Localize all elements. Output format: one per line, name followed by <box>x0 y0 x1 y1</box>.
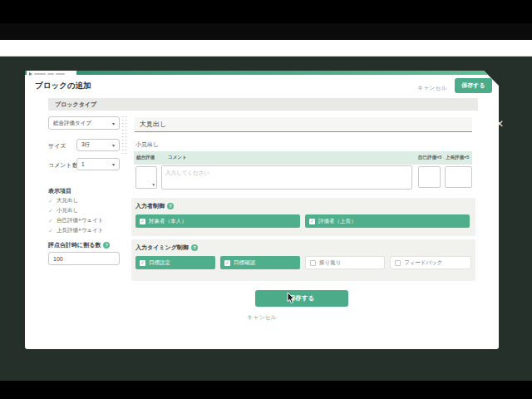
input-control-label: 入力者制御 <box>135 202 165 210</box>
modal-backdrop: ✕ ブロックの追加 キャンセル 保存する ブロックタイプ 総合評価タイプ サイズ… <box>0 57 532 381</box>
col-comment-label: コメント <box>168 155 187 160</box>
comment-count-select[interactable]: 1 <box>76 158 120 170</box>
display-item-label: 上長評価+ウェイト <box>57 227 103 234</box>
toggle-evaluator[interactable]: 評価者（上長） <box>305 214 470 228</box>
col-overall-label: 総合評価 <box>136 155 155 160</box>
checked-checkbox-icon <box>140 260 145 266</box>
display-item-checkbox[interactable]: ✓ 大見出し <box>48 197 78 204</box>
toggle-label: 対象者（本人） <box>149 218 187 225</box>
timing-control-label: 入力タイミング制御 <box>135 244 189 252</box>
modal-accent-bar <box>25 71 499 75</box>
timing-control-panel: 入力タイミング制御 目標設定 目標確認 振り返り フィードバック <box>131 239 475 281</box>
check-icon: ✓ <box>48 228 53 234</box>
input-control-label-row: 入力者制御 <box>135 202 174 210</box>
checked-checkbox-icon <box>224 260 230 266</box>
badge-flag-icon <box>29 72 32 76</box>
cancel-button[interactable]: キャンセル <box>25 313 499 322</box>
display-item-checkbox[interactable]: ✓ 小見出し <box>48 207 78 214</box>
divisor-input[interactable] <box>48 252 120 265</box>
toggle-goal-setting[interactable]: 目標設定 <box>135 256 215 269</box>
input-control-panel: 入力者制御 対象者（本人） 評価者（上長） <box>131 198 475 236</box>
toggle-target-person[interactable]: 対象者（本人） <box>135 214 300 228</box>
display-item-label: 大見出し <box>57 197 78 204</box>
modal-badge <box>27 71 76 77</box>
badge-bar <box>47 73 54 75</box>
toggle-label: フィードバック <box>404 259 442 267</box>
display-item-label: 自己評価+ウェイト <box>57 217 103 224</box>
checked-checkbox-icon <box>140 219 145 224</box>
toggle-label: 振り返り <box>319 259 341 267</box>
subheading-text: 小見出し <box>135 140 159 149</box>
col-boss-score-label: 上長評価×5 <box>446 155 469 160</box>
timing-control-label-row: 入力タイミング制御 <box>135 244 198 252</box>
block-type-select[interactable]: 総合評価タイプ <box>48 116 120 130</box>
heading-input[interactable]: 大見出し <box>135 117 472 132</box>
mouse-cursor <box>287 292 296 304</box>
check-icon: ✓ <box>48 208 53 214</box>
boss-score-input[interactable] <box>445 166 472 188</box>
self-score-input[interactable] <box>418 166 441 188</box>
divisor-label: 評点合計時に割る数 <box>48 241 101 249</box>
divisor-label-row: 評点合計時に割る数 <box>48 241 110 249</box>
check-icon: ✓ <box>48 198 53 204</box>
header-save-button[interactable]: 保存する <box>455 78 492 93</box>
toggle-label: 目標確認 <box>234 259 255 267</box>
drag-handle[interactable] <box>122 116 129 156</box>
help-icon[interactable] <box>167 203 174 209</box>
comment-count-label: コメント数 <box>48 161 78 170</box>
check-icon: ✓ <box>48 218 53 224</box>
toggle-feedback[interactable]: フィードバック <box>390 256 471 269</box>
size-select[interactable]: 3行 <box>76 139 120 151</box>
overall-score-select[interactable] <box>135 166 157 189</box>
screen: ← → ⟳ ⇅ pulse-ai.jp/talent/mbo/sheet/cre… <box>0 0 532 399</box>
toggle-goal-confirm[interactable]: 目標確認 <box>220 256 300 269</box>
toggle-label: 評価者（上長） <box>318 218 357 225</box>
size-label: サイズ <box>48 142 66 150</box>
unchecked-checkbox-icon <box>395 260 401 266</box>
add-block-modal: ブロックの追加 キャンセル 保存する ブロックタイプ 総合評価タイプ サイズ 3… <box>25 71 499 349</box>
comment-textarea[interactable] <box>161 165 412 190</box>
unchecked-checkbox-icon <box>310 260 316 266</box>
blocktype-section-header: ブロックタイプ <box>48 98 478 111</box>
browser-tabstrip <box>0 23 532 40</box>
badge-bar <box>56 73 65 75</box>
modal-title: ブロックの追加 <box>35 81 91 91</box>
toggle-review[interactable]: 振り返り <box>305 256 385 269</box>
display-items-label: 表示項目 <box>48 187 71 195</box>
display-item-checkbox[interactable]: ✓ 上長評価+ウェイト <box>48 227 103 234</box>
display-item-label: 小見出し <box>57 207 78 214</box>
col-self-score-label: 自己評価×5 <box>418 155 441 160</box>
save-button[interactable]: 保存する <box>255 290 348 307</box>
help-icon[interactable] <box>103 242 110 249</box>
badge-bar <box>34 73 46 75</box>
browser-toolbar: ← → ⟳ ⇅ pulse-ai.jp/talent/mbo/sheet/cre… <box>0 40 532 57</box>
display-item-checkbox[interactable]: ✓ 自己評価+ウェイト <box>48 217 103 224</box>
header-cancel-button[interactable]: キャンセル <box>417 84 447 92</box>
help-icon[interactable] <box>191 244 198 251</box>
toggle-label: 目標設定 <box>149 259 170 267</box>
checked-checkbox-icon <box>309 219 315 224</box>
